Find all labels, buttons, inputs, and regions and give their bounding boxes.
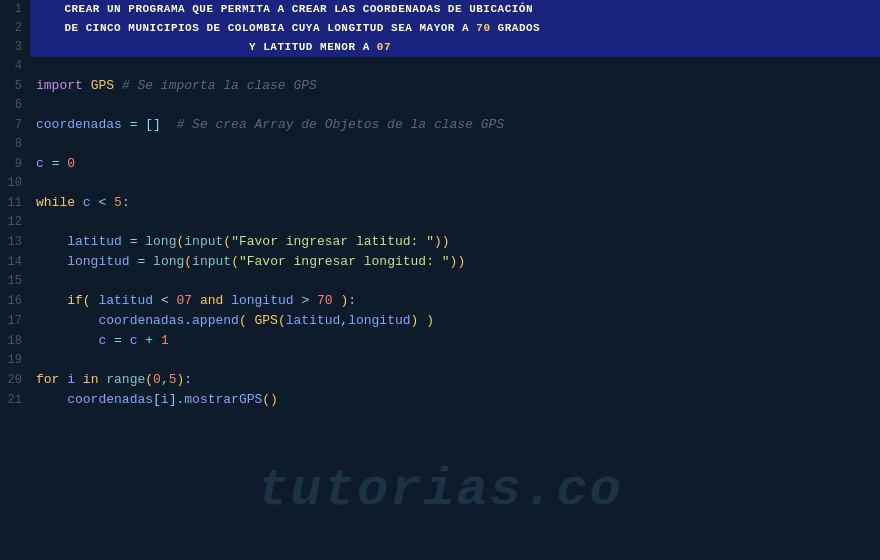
line-content-20: for i in range(0,5): bbox=[30, 370, 880, 389]
line-content-13: latitud = long(input("Favor ingresar lat… bbox=[30, 232, 880, 251]
line-number-12: 12 bbox=[0, 213, 30, 232]
code-line-21: 21 coordenadas[i].mostrarGPS() bbox=[0, 390, 880, 410]
code-line-9: 9 c = 0 bbox=[0, 154, 880, 174]
code-line-1: 1 CREAR UN PROGRAMA QUE PERMITA A CREAR … bbox=[0, 0, 880, 19]
line-number-4: 4 bbox=[0, 57, 30, 76]
line-content-5: import GPS # Se importa la clase GPS bbox=[30, 76, 880, 95]
code-line-2: 2 DE CINCO MUNICIPIOS DE COLOMBIA CUYA L… bbox=[0, 19, 880, 38]
code-line-16: 16 if( latitud < 07 and longitud > 70 ): bbox=[0, 291, 880, 311]
code-line-7: 7 coordenadas = [] # Se crea Array de Ob… bbox=[0, 115, 880, 135]
code-line-10: 10 bbox=[0, 174, 880, 193]
line-number-7: 7 bbox=[0, 116, 30, 135]
line-number-19: 19 bbox=[0, 351, 30, 370]
code-line-3: 3 Y LATITUD MENOR A 07 bbox=[0, 38, 880, 57]
line-content-2: DE CINCO MUNICIPIOS DE COLOMBIA CUYA LON… bbox=[30, 19, 880, 38]
code-line-18: 18 c = c + 1 bbox=[0, 331, 880, 351]
line-number-10: 10 bbox=[0, 174, 30, 193]
line-number-15: 15 bbox=[0, 272, 30, 291]
line-number-17: 17 bbox=[0, 312, 30, 331]
line-content-9: c = 0 bbox=[30, 154, 880, 173]
line-number-9: 9 bbox=[0, 155, 30, 174]
line-number-21: 21 bbox=[0, 391, 30, 410]
line-content-7: coordenadas = [] # Se crea Array de Obje… bbox=[30, 115, 880, 134]
line-content-1: CREAR UN PROGRAMA QUE PERMITA A CREAR LA… bbox=[30, 0, 880, 19]
code-line-6: 6 bbox=[0, 96, 880, 115]
line-content-14: longitud = long(input("Favor ingresar lo… bbox=[30, 252, 880, 271]
code-line-8: 8 bbox=[0, 135, 880, 154]
code-line-17: 17 coordenadas.append( GPS(latitud,longi… bbox=[0, 311, 880, 331]
line-content-21: coordenadas[i].mostrarGPS() bbox=[30, 390, 880, 409]
code-line-15: 15 bbox=[0, 272, 880, 291]
code-line-12: 12 bbox=[0, 213, 880, 232]
line-number-16: 16 bbox=[0, 292, 30, 311]
code-area: 1 CREAR UN PROGRAMA QUE PERMITA A CREAR … bbox=[0, 0, 880, 560]
line-number-13: 13 bbox=[0, 233, 30, 252]
code-line-4: 4 bbox=[0, 57, 880, 76]
code-line-20: 20 for i in range(0,5): bbox=[0, 370, 880, 390]
line-number-20: 20 bbox=[0, 371, 30, 390]
code-line-13: 13 latitud = long(input("Favor ingresar … bbox=[0, 232, 880, 252]
line-number-14: 14 bbox=[0, 253, 30, 272]
line-number-5: 5 bbox=[0, 77, 30, 96]
code-line-5: 5 import GPS # Se importa la clase GPS bbox=[0, 76, 880, 96]
line-number-18: 18 bbox=[0, 332, 30, 351]
line-content-11: while c < 5: bbox=[30, 193, 880, 212]
line-content-3: Y LATITUD MENOR A 07 bbox=[30, 38, 880, 57]
line-number-8: 8 bbox=[0, 135, 30, 154]
code-line-14: 14 longitud = long(input("Favor ingresar… bbox=[0, 252, 880, 272]
code-line-19: 19 bbox=[0, 351, 880, 370]
line-content-17: coordenadas.append( GPS(latitud,longitud… bbox=[30, 311, 880, 330]
line-content-18: c = c + 1 bbox=[30, 331, 880, 350]
code-line-11: 11 while c < 5: bbox=[0, 193, 880, 213]
line-number-2: 2 bbox=[0, 19, 30, 38]
line-number-11: 11 bbox=[0, 194, 30, 213]
line-number-3: 3 bbox=[0, 38, 30, 57]
code-editor: 1 CREAR UN PROGRAMA QUE PERMITA A CREAR … bbox=[0, 0, 880, 560]
line-number-1: 1 bbox=[0, 0, 30, 19]
line-content-16: if( latitud < 07 and longitud > 70 ): bbox=[30, 291, 880, 310]
line-number-6: 6 bbox=[0, 96, 30, 115]
